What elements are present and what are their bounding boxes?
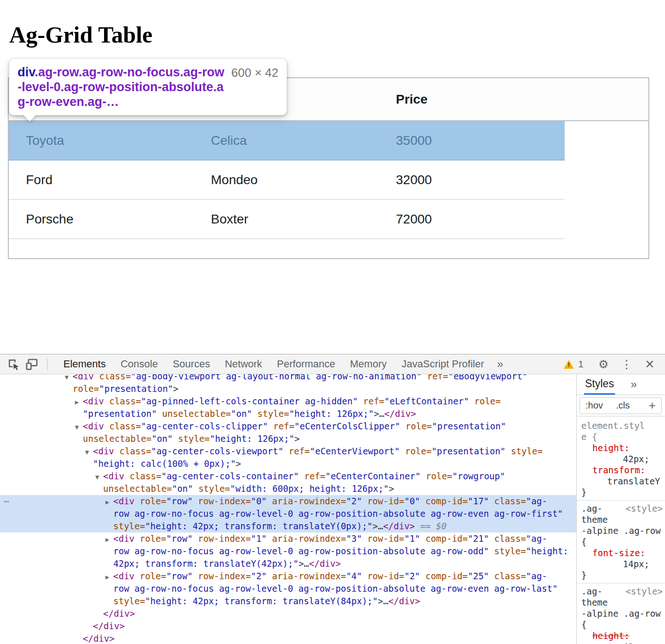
tree-line[interactable]: unselectable="on" style="width: 600px; h… (0, 483, 576, 495)
tree-line[interactable]: ▼<div class="ag-center-cols-clipper" ref… (0, 420, 576, 433)
style-line[interactable]: .ag-<style> (577, 586, 665, 597)
style-line[interactable]: 42px; (577, 641, 665, 644)
style-line[interactable]: .ag-<style> (577, 503, 665, 514)
grid-cell[interactable]: Boxter (194, 200, 379, 238)
code-token: "presentation" (432, 421, 506, 431)
grid-row[interactable]: ToyotaCelica35000 (9, 121, 565, 161)
settings-gear-icon[interactable]: ⚙ (596, 356, 611, 372)
tree-line[interactable]: unselectable="on" style="height: 126px;"… (0, 433, 576, 445)
tree-line[interactable]: row ag-row-no-focus ag-row-level-0 ag-ro… (0, 508, 576, 520)
style-line[interactable]: { (577, 536, 665, 547)
tab-javascript-profiler[interactable]: JavaScript Profiler (394, 354, 492, 374)
tree-line[interactable]: ▼<div class="ag-body-viewport ag-layout-… (0, 374, 576, 383)
tooltip-selector-classes: .ag-row.ag-row-no-focus.ag-row (35, 65, 224, 79)
tree-line[interactable]: </div> (0, 620, 576, 632)
tab-memory[interactable]: Memory (343, 354, 394, 374)
more-actions-icon[interactable]: ⋯ (4, 495, 9, 508)
elements-tree-lines: ▼<div class="ag-body-viewport ag-layout-… (0, 374, 576, 644)
style-line[interactable]: 42px; (577, 453, 665, 464)
style-source-link[interactable]: <style> (626, 586, 663, 597)
close-devtools-icon[interactable]: ✕ (642, 356, 658, 372)
tree-line[interactable]: 42px; transform: translateY(42px);">…</d… (0, 557, 576, 570)
devtools-tabs: ElementsConsoleSourcesNetworkPerformance… (56, 354, 492, 374)
grid-cell[interactable]: Ford (9, 161, 194, 199)
grid-cell[interactable]: Porsche (9, 200, 194, 238)
code-token: class= (124, 471, 161, 481)
expand-arrow-open-icon[interactable]: ▼ (85, 446, 93, 458)
style-line[interactable]: font-size: (577, 547, 665, 558)
grid-cell[interactable]: 35000 (379, 121, 564, 160)
tree-line[interactable]: </div> (0, 607, 576, 620)
expand-arrow-closed-icon[interactable]: ▶ (105, 571, 113, 583)
new-style-rule-button[interactable]: + (649, 398, 656, 413)
more-tabs-icon[interactable]: » (492, 354, 509, 374)
code-token: role= (135, 571, 166, 581)
grid-cell[interactable]: Mondeo (194, 161, 379, 199)
style-line[interactable]: transform: (577, 464, 665, 476)
style-source-link[interactable]: <style> (626, 503, 663, 514)
tab-styles[interactable]: Styles (584, 374, 615, 395)
hover-state-button[interactable]: :hov (585, 400, 603, 411)
expand-arrow-open-icon[interactable]: ▼ (95, 471, 103, 483)
tab-sources[interactable]: Sources (165, 354, 217, 374)
grid-row[interactable]: PorscheBoxter72000 (9, 200, 565, 239)
style-line[interactable]: } (577, 487, 665, 498)
style-line[interactable]: height: (577, 442, 665, 453)
tree-line[interactable]: style="height: 42px; transform: translat… (0, 520, 576, 533)
expand-arrow-open-icon[interactable]: ▼ (75, 421, 83, 433)
tree-line[interactable]: "presentation" unselectable="on" style="… (0, 408, 576, 420)
style-line[interactable]: } (577, 570, 665, 581)
expand-arrow-open-icon[interactable]: ▼ (65, 374, 73, 384)
code-token: "2" (251, 571, 266, 581)
style-line[interactable]: translateY (577, 476, 665, 487)
tree-line[interactable]: role="presentation"> (0, 383, 576, 395)
style-line[interactable]: { (577, 619, 665, 630)
expand-arrow-closed-icon[interactable]: ▶ (75, 396, 83, 409)
style-line[interactable]: -alpine .ag-row (577, 525, 665, 536)
tree-line[interactable]: ▶<div class="ag-pinned-left-cols-contain… (0, 395, 576, 408)
tree-line[interactable]: ▼<div class="ag-center-cols-container" r… (0, 470, 576, 483)
grid-header-cell[interactable]: Price (379, 78, 564, 120)
style-line[interactable]: theme (577, 514, 665, 525)
sidebar-more-tabs-icon[interactable]: » (631, 378, 637, 391)
console-warning-indicator[interactable]: 1 (564, 359, 584, 370)
code-token: <div (103, 471, 124, 481)
tree-line[interactable]: style="height: 42px; transform: translat… (0, 595, 576, 607)
tab-performance[interactable]: Performance (270, 354, 343, 374)
element-classes-button[interactable]: .cls (616, 400, 630, 411)
grid-body: ToyotaCelica35000FordMondeo32000PorscheB… (9, 121, 648, 239)
tree-line[interactable]: ▶<div role="row" row-index="1" aria-rowi… (0, 533, 576, 545)
grid-cell[interactable]: Toyota (9, 121, 194, 160)
kebab-menu-icon[interactable]: ⋮ (619, 356, 634, 372)
style-line[interactable]: theme (577, 597, 665, 608)
expand-arrow-closed-icon[interactable]: ▶ (105, 533, 113, 546)
tree-line[interactable]: "height: calc(100% + 0px);"> (0, 458, 576, 470)
code-token: "0" (251, 496, 266, 506)
style-line[interactable]: e { (577, 431, 665, 442)
style-line[interactable]: element.styl (577, 420, 665, 431)
expand-arrow-closed-icon[interactable]: ▶ (105, 496, 113, 508)
tree-line[interactable]: ▶<div role="row" row-index="2" aria-rowi… (0, 570, 576, 582)
tab-console[interactable]: Console (113, 354, 166, 374)
style-line[interactable]: -alpine .ag-row (577, 608, 665, 619)
code-token: >… (373, 521, 383, 531)
tab-elements[interactable]: Elements (56, 354, 113, 374)
inspect-tooltip: 600 × 42 div.ag-row.ag-row-no-focus.ag-r… (9, 59, 287, 115)
tab-network[interactable]: Network (217, 354, 270, 374)
tree-line[interactable]: ⋯▶<div role="row" row-index="0" aria-row… (0, 495, 576, 508)
grid-cell[interactable]: Celica (194, 121, 379, 160)
tree-line[interactable]: ▼<div class="ag-center-cols-viewport" re… (0, 445, 576, 458)
grid-row[interactable]: FordMondeo32000 (9, 161, 565, 200)
inspect-element-icon[interactable] (6, 356, 21, 372)
style-line[interactable]: 14px; (577, 558, 665, 570)
code-token: class= (489, 571, 526, 581)
style-line[interactable]: height: (577, 630, 665, 641)
grid-cell[interactable]: 72000 (379, 200, 564, 238)
code-token: unselectable= (103, 483, 172, 494)
device-toolbar-icon[interactable] (24, 356, 40, 372)
grid-cell[interactable]: 32000 (379, 161, 564, 199)
code-token: style= (172, 433, 209, 444)
tree-line[interactable]: row ag-row-no-focus ag-row-level-0 ag-ro… (0, 582, 576, 595)
tree-line[interactable]: </div> (0, 632, 576, 644)
tree-line[interactable]: row ag-row-no-focus ag-row-level-0 ag-ro… (0, 545, 576, 557)
